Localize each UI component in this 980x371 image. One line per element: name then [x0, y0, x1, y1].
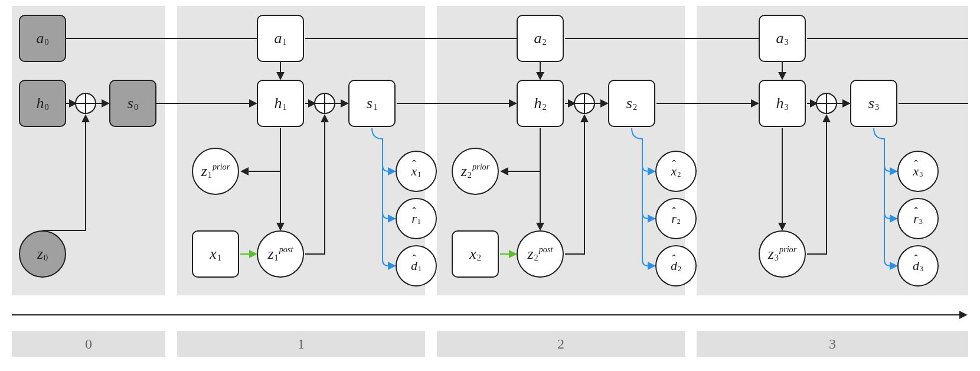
node-rhat1: r1	[396, 198, 437, 239]
node-z2-prior: z2prior	[452, 148, 499, 195]
node-x2: x2	[452, 230, 499, 278]
timestep-label-3: 3	[697, 331, 968, 357]
node-h0: h0	[19, 80, 66, 127]
node-h2: h2	[517, 80, 564, 127]
node-xhat2: x2	[655, 151, 697, 192]
node-dhat3: d3	[897, 245, 939, 287]
node-z3-prior: z3prior	[759, 230, 806, 278]
timestep-label-2: 2	[437, 331, 685, 357]
node-rhat3: r3	[897, 198, 939, 239]
node-s1: s1	[348, 80, 396, 127]
node-xhat1: x1	[396, 151, 437, 192]
node-s0: s0	[109, 80, 156, 127]
node-a1: a1	[257, 15, 304, 62]
node-x1: x1	[192, 230, 239, 278]
diagram: a0 h0 s0 z0 a1 h1 s1 z1prior x1 z1post x…	[0, 0, 980, 371]
node-h1: h1	[257, 80, 304, 127]
timestep-label-0: 0	[12, 331, 165, 357]
node-xhat3: x3	[897, 151, 939, 192]
node-z1-post: z1post	[257, 230, 304, 278]
node-s3: s3	[850, 80, 897, 127]
node-z1-prior: z1prior	[192, 148, 239, 195]
node-z2-post: z2post	[517, 230, 564, 278]
node-dhat1: d1	[396, 245, 437, 287]
timestep-label-1: 1	[177, 331, 425, 357]
node-a2: a2	[517, 15, 564, 62]
node-s2: s2	[608, 80, 655, 127]
node-a3: a3	[759, 15, 806, 62]
node-a0: a0	[19, 15, 66, 62]
node-dhat2: d2	[655, 245, 697, 287]
node-rhat2: r2	[655, 198, 697, 239]
node-h3: h3	[759, 80, 806, 127]
node-z0: z0	[19, 230, 66, 278]
